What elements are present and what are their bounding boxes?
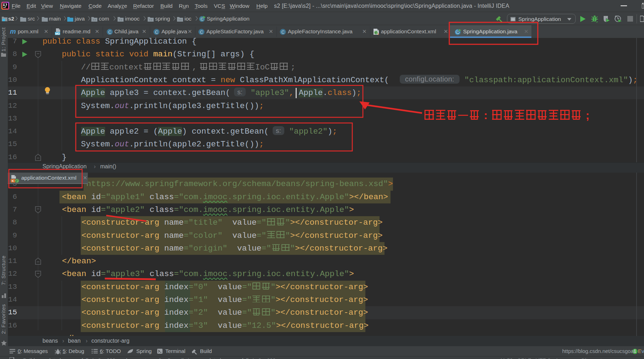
- svg-text:C: C: [201, 17, 204, 21]
- svg-text:C: C: [456, 30, 459, 34]
- svg-text:C: C: [281, 30, 285, 35]
- svg-text:C: C: [108, 30, 112, 35]
- svg-text:C: C: [155, 30, 158, 35]
- svg-text:<: <: [12, 179, 14, 183]
- svg-text:MD: MD: [55, 32, 60, 35]
- svg-text:C: C: [200, 30, 203, 35]
